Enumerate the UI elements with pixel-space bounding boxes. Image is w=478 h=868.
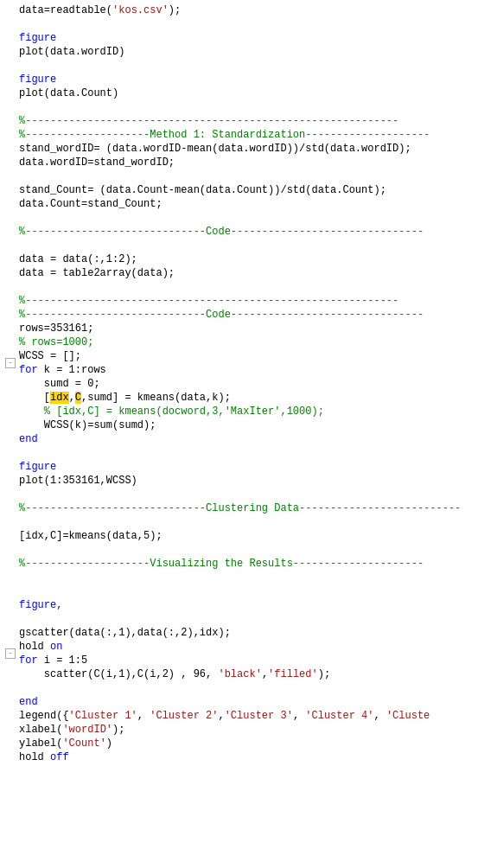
token: );	[318, 668, 330, 680]
line-content: stand_Count= (data.Count-mean(data.Count…	[19, 183, 475, 197]
code-line	[0, 239, 478, 252]
token: ,	[262, 668, 268, 680]
token: figure	[19, 73, 56, 86]
token: idx	[50, 392, 69, 404]
code-line: % rows=1000;	[0, 335, 478, 349]
line-content: figure	[19, 73, 475, 86]
line-content: %-----------------------------Code------…	[19, 308, 475, 322]
line-content: %--------------------Method 1: Standardi…	[19, 128, 475, 142]
token: WCSS(k)=sum(sumd);	[44, 419, 156, 431]
token: rows=353161;	[19, 322, 93, 335]
token: C	[75, 392, 81, 404]
line-content: [idx,C]=kmeans(data,5);	[19, 529, 475, 543]
code-line: scatter(C(i,1),C(i,2) , 96, 'black','fil…	[0, 667, 478, 681]
line-content: figure,	[19, 598, 475, 612]
token: end	[19, 433, 38, 445]
token: data.wordID=stand_wordID;	[19, 156, 175, 169]
line-content: data=readtable('kos.csv');	[19, 3, 475, 17]
line-content: %---------------------------------------…	[19, 114, 475, 128]
code-line: %-----------------------------Code------…	[0, 225, 478, 239]
token: sumd = 0;	[44, 378, 100, 390]
token: )	[106, 737, 112, 750]
comment-text: %--------------------Visualizing the Res…	[19, 558, 424, 570]
code-line: legend({'Cluster 1', 'Cluster 2','Cluste…	[0, 709, 478, 723]
token: gscatter(data(:,1),data(:,2),idx);	[19, 627, 231, 639]
token: data = table2array(data);	[19, 267, 175, 279]
code-line	[0, 681, 478, 695]
token: figure	[19, 32, 56, 44]
comment-text: %-----------------------------Code------…	[19, 309, 424, 321]
token: k = 1:rows	[38, 364, 106, 376]
code-line: rows=353161;	[0, 322, 478, 335]
token: off	[50, 751, 69, 763]
code-line: plot(data.wordID)	[0, 45, 478, 59]
fold-button[interactable]: -	[5, 648, 16, 659]
token: data = data(:,1:2);	[19, 253, 137, 265]
code-line: end	[0, 432, 478, 446]
code-editor: data=readtable('kos.csv');figureplot(dat…	[0, 0, 478, 868]
line-content: %--------------------Visualizing the Res…	[19, 557, 475, 571]
token: i = 1:5	[38, 654, 88, 667]
code-line: figure,	[0, 598, 478, 612]
code-line: %---------------------------------------…	[0, 294, 478, 308]
code-line	[0, 17, 478, 31]
line-content: %---------------------------------------…	[19, 294, 475, 308]
code-line	[0, 100, 478, 114]
line-content: hold on	[19, 640, 475, 654]
token: figure,	[19, 599, 62, 611]
token: legend({	[19, 710, 69, 722]
token: scatter(C(i,1),C(i,2) , 96,	[44, 668, 219, 680]
token: 'Count'	[62, 737, 105, 750]
code-line	[0, 543, 478, 557]
code-line: % [idx,C] = kmeans(docword,3,'MaxIter',1…	[0, 405, 478, 418]
line-content: %-----------------------------Clustering…	[19, 501, 475, 515]
token: stand_Count= (data.Count-mean(data.Count…	[19, 184, 386, 196]
code-line	[0, 515, 478, 529]
token: 'Cluster 3'	[225, 710, 293, 722]
line-content: data.Count=stand_Count;	[19, 197, 475, 211]
token: ,	[218, 710, 224, 722]
code-line	[0, 488, 478, 501]
line-content: data = data(:,1:2);	[19, 252, 475, 266]
token: 'Cluster 4'	[305, 710, 373, 722]
code-line: data.wordID=stand_wordID;	[0, 156, 478, 169]
token: [idx,C]=kmeans(data,5);	[19, 530, 163, 542]
token: xlabel(	[19, 724, 62, 736]
token: ,	[374, 710, 386, 722]
token: 'black'	[218, 668, 261, 680]
code-line: hold on	[0, 640, 478, 654]
comment-text: %---------------------------------------…	[19, 295, 398, 307]
token: for	[19, 654, 38, 667]
code-line: figure	[0, 31, 478, 45]
code-line	[0, 211, 478, 225]
code-line	[0, 59, 478, 73]
token: % rows=1000;	[19, 336, 93, 348]
code-line: plot(data.Count)	[0, 86, 478, 100]
code-line: figure	[0, 73, 478, 86]
token: 'kos.csv'	[112, 4, 169, 16]
code-line	[0, 584, 478, 598]
line-content: end	[19, 432, 475, 446]
token: data.Count=stand_Count;	[19, 198, 163, 210]
token: end	[19, 696, 38, 708]
token: on	[50, 641, 62, 653]
line-content: plot(data.wordID)	[19, 45, 475, 59]
line-content: figure	[19, 31, 475, 45]
line-content: data = table2array(data);	[19, 266, 475, 280]
code-line: stand_Count= (data.Count-mean(data.Count…	[0, 183, 478, 197]
line-content: hold off	[19, 750, 475, 764]
fold-button[interactable]: -	[5, 358, 16, 368]
code-line: figure	[0, 460, 478, 474]
code-line	[0, 612, 478, 626]
code-line: %--------------------Visualizing the Res…	[0, 557, 478, 571]
line-content: legend({'Cluster 1', 'Cluster 2','Cluste…	[19, 709, 475, 723]
code-line: xlabel('wordID');	[0, 723, 478, 737]
code-line: data=readtable('kos.csv');	[0, 3, 478, 17]
line-content: rows=353161;	[19, 322, 475, 335]
line-content: % [idx,C] = kmeans(docword,3,'MaxIter',1…	[19, 405, 475, 418]
code-line: data = data(:,1:2);	[0, 252, 478, 266]
token: );	[169, 4, 181, 16]
line-content: ylabel('Count')	[19, 737, 475, 750]
line-content: for k = 1:rows	[19, 363, 475, 377]
line-content: %-----------------------------Code------…	[19, 225, 475, 239]
